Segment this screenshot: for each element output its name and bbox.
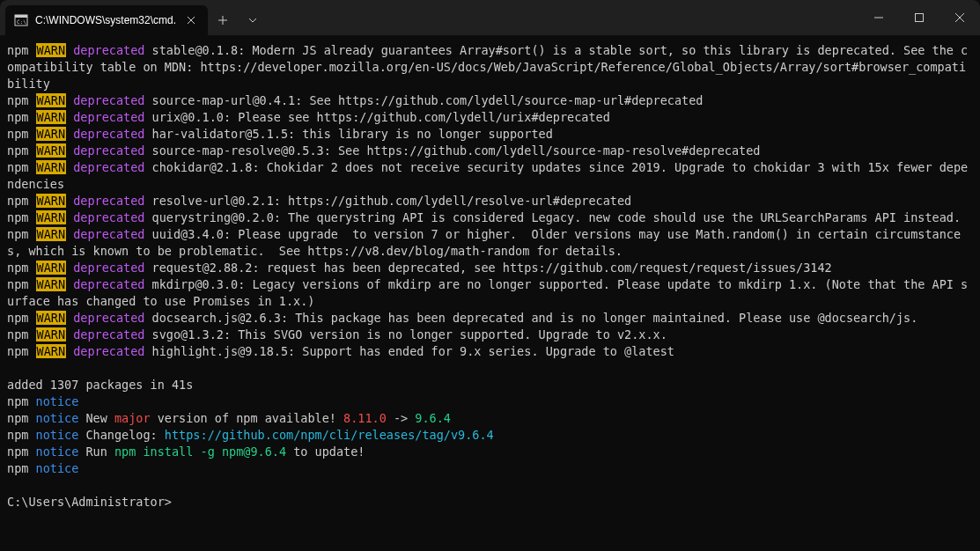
svg-text:C:\: C:\: [17, 18, 26, 25]
terminal-line: [7, 360, 973, 377]
tabs-area: C:\ C:\WINDOWS\system32\cmd.: [0, 0, 268, 35]
terminal-line: npm WARN deprecated docsearch.js@2.6.3: …: [7, 310, 973, 327]
new-tab-button[interactable]: [208, 5, 238, 35]
terminal-line: npm WARN deprecated uuid@3.4.0: Please u…: [7, 226, 973, 260]
terminal-line: npm WARN deprecated svgo@1.3.2: This SVG…: [7, 327, 973, 343]
tab-close-button[interactable]: [183, 12, 199, 28]
svg-rect-1: [15, 15, 27, 18]
terminal-line: npm WARN deprecated resolve-url@0.2.1: h…: [7, 193, 973, 209]
added-line: added 1307 packages in 41s: [7, 377, 973, 393]
terminal-line: npm WARN deprecated source-map-url@0.4.1…: [7, 92, 973, 109]
tab-dropdown-button[interactable]: [238, 5, 268, 35]
close-button[interactable]: [939, 0, 980, 35]
notice-line: npm notice: [7, 393, 973, 410]
terminal-line: npm WARN deprecated source-map-resolve@0…: [7, 143, 973, 159]
titlebar: C:\ C:\WINDOWS\system32\cmd.: [0, 0, 980, 35]
notice-line: npm notice Run npm install -g npm@9.6.4 …: [7, 444, 973, 460]
notice-line: npm notice: [7, 460, 973, 477]
terminal-line: npm WARN deprecated highlight.js@9.18.5:…: [7, 343, 973, 360]
terminal-line: npm WARN deprecated querystring@0.2.0: T…: [7, 209, 973, 226]
tab-title: C:\WINDOWS\system32\cmd.: [35, 14, 176, 26]
window-controls: [858, 0, 980, 35]
notice-line: npm notice New major version of npm avai…: [7, 410, 973, 427]
terminal-line: npm WARN deprecated har-validator@5.1.5:…: [7, 126, 973, 143]
terminal-line: npm WARN deprecated mkdirp@0.3.0: Legacy…: [7, 276, 973, 310]
tab-active[interactable]: C:\ C:\WINDOWS\system32\cmd.: [5, 5, 208, 35]
cmd-icon: C:\: [14, 13, 28, 27]
terminal-output[interactable]: npm WARN deprecated stable@0.1.8: Modern…: [0, 35, 980, 518]
terminal-line: npm WARN deprecated urix@0.1.0: Please s…: [7, 109, 973, 126]
minimize-button[interactable]: [858, 0, 899, 35]
maximize-button[interactable]: [899, 0, 939, 35]
svg-rect-3: [916, 14, 924, 22]
terminal-line: [7, 477, 973, 494]
terminal-line: npm WARN deprecated chokidar@2.1.8: Chok…: [7, 159, 973, 193]
terminal-line: npm WARN deprecated stable@0.1.8: Modern…: [7, 42, 973, 92]
prompt-line: C:\Users\Administrator>: [7, 494, 973, 511]
terminal-line: npm WARN deprecated request@2.88.2: requ…: [7, 260, 973, 276]
notice-line: npm notice Changelog: https://github.com…: [7, 427, 973, 444]
